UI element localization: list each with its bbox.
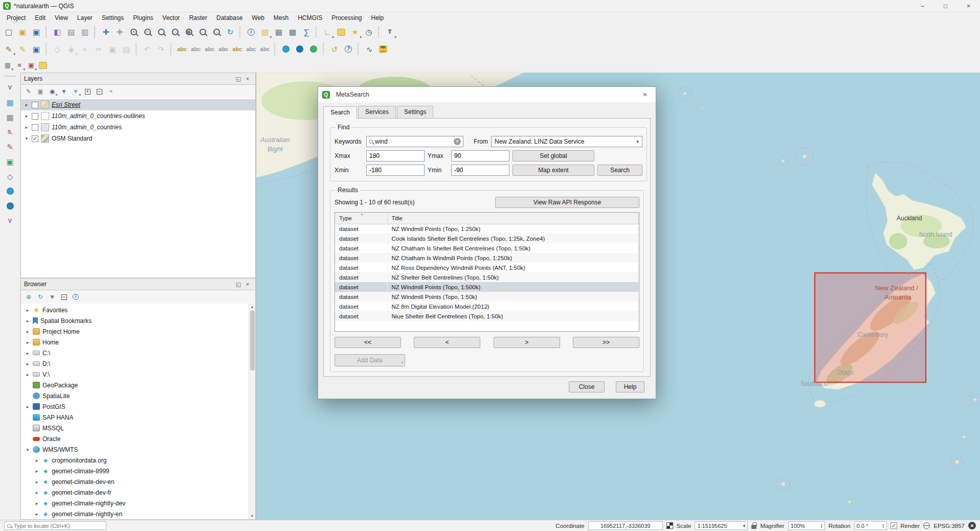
project-save-icon[interactable]: ▣ xyxy=(30,26,43,39)
zoom-out-icon[interactable]: − xyxy=(141,26,154,39)
map-extent-button[interactable]: Map extent xyxy=(513,165,594,176)
add-raster-layer-icon[interactable]: ▦ xyxy=(3,96,17,109)
move-label-icon[interactable]: abc xyxy=(231,42,244,56)
add-wms-layer-icon[interactable] xyxy=(3,184,17,198)
layer-checkbox[interactable] xyxy=(32,102,38,108)
menu-hcmgis[interactable]: HCMGIS xyxy=(293,13,327,22)
result-row[interactable]: datasetNZ Chatham Is Shelter Belt Centre… xyxy=(335,243,639,253)
browser-item[interactable]: ▸PostGIS xyxy=(21,401,255,412)
tab-settings[interactable]: Settings xyxy=(397,106,433,118)
spinner-arrows-icon[interactable]: ▴ ▾ xyxy=(821,523,822,528)
close-panel-icon[interactable]: × xyxy=(243,281,252,287)
titlebar[interactable]: Q *naturalearth — QGIS – □ × xyxy=(0,0,980,12)
tree-arrow-icon[interactable]: ▸ xyxy=(25,318,30,324)
open-attribute-table-icon[interactable]: ▦ xyxy=(272,26,285,39)
xmax-input[interactable] xyxy=(366,150,425,161)
browser-item[interactable]: MSSQL xyxy=(21,423,255,433)
new-print-layout-icon[interactable]: ▤ xyxy=(64,26,78,39)
crs-status[interactable]: EPSG:3857 xyxy=(933,523,965,529)
current-edits-icon[interactable]: ✎▾ xyxy=(2,42,15,56)
maximize-button[interactable]: □ xyxy=(934,0,957,12)
tree-arrow-icon[interactable]: ▸ xyxy=(24,125,29,130)
properties-widget-icon[interactable]: i xyxy=(71,292,81,302)
web-globe-2-icon[interactable] xyxy=(293,42,306,56)
filter-by-expression-icon[interactable]: ▼▾ xyxy=(71,86,81,97)
scrollbar-thumb[interactable] xyxy=(250,310,255,371)
tab-services[interactable]: Services xyxy=(358,106,396,118)
browser-item[interactable]: ▸◆geomet-climate-dev-fr xyxy=(21,487,255,498)
search-button[interactable]: Search xyxy=(597,165,642,176)
layer-checkbox[interactable]: ✓ xyxy=(32,135,38,142)
temporal-controller-icon[interactable]: ◷ xyxy=(362,26,375,39)
show-hide-labels-icon[interactable]: abc xyxy=(217,42,230,56)
zoom-to-layer-icon[interactable]: ▤ xyxy=(182,26,195,39)
menu-help[interactable]: Help xyxy=(367,13,389,22)
layer-diagram-icon[interactable]: abc xyxy=(189,42,203,56)
refresh-browser-icon[interactable]: ↻ xyxy=(35,292,46,302)
tree-arrow-icon[interactable]: ▾ xyxy=(25,447,30,452)
keywords-input[interactable] xyxy=(375,138,452,145)
tree-arrow-icon[interactable]: ▸ xyxy=(25,372,30,377)
layer-row[interactable]: ▸110m_admin_0_countries-outlines xyxy=(21,110,255,122)
browser-item[interactable]: GeoPackage xyxy=(21,380,255,390)
filter-browser-icon[interactable]: ▼ xyxy=(47,292,57,302)
new-spatial-bookmark-icon[interactable]: ★▾ xyxy=(348,26,362,39)
change-label-icon[interactable]: abc xyxy=(258,42,272,56)
close-panel-icon[interactable]: × xyxy=(243,76,252,82)
pan-to-selection-icon[interactable]: ✚ xyxy=(113,26,126,39)
coordinate-display[interactable]: 16952117,-3336039 xyxy=(588,521,663,530)
remove-layer-icon[interactable]: × xyxy=(106,86,116,97)
clear-search-icon[interactable]: × xyxy=(454,138,461,145)
manage-map-themes-icon[interactable]: ◉▾ xyxy=(47,86,57,97)
tree-arrow-icon[interactable]: ▸ xyxy=(25,351,30,356)
layer-labeling-icon[interactable]: abc xyxy=(175,42,189,56)
zoom-to-selection-icon[interactable]: □ xyxy=(168,26,182,39)
pagination-last-button[interactable]: >> xyxy=(573,337,639,348)
browser-item[interactable]: ▸◆cropmonitordata.org xyxy=(21,455,255,466)
measure-icon[interactable]: ∟▾ xyxy=(321,26,334,39)
browser-item[interactable]: ▸Project Home xyxy=(21,326,255,337)
spin-down-icon[interactable]: ▾ xyxy=(883,526,884,528)
menu-layer[interactable]: Layer xyxy=(73,13,97,22)
filter-legend-icon[interactable]: ▼ xyxy=(59,86,69,97)
rotation-spinner[interactable]: 0.0 ° ▴ ▾ xyxy=(854,521,887,530)
plugin-shape-tool-icon[interactable] xyxy=(37,60,49,71)
menu-settings[interactable]: Settings xyxy=(97,13,128,22)
spin-down-icon[interactable]: ▾ xyxy=(821,526,822,528)
add-delimited-text-layer-icon[interactable]: 9, xyxy=(3,125,17,138)
result-row[interactable]: datasetNZ 8m Digital Elevation Model (20… xyxy=(335,302,639,311)
result-row[interactable]: datasetNZ Chatham Is Windmill Points (To… xyxy=(335,253,639,263)
help-contents-icon[interactable]: ? xyxy=(342,42,355,56)
statistical-summary-icon[interactable]: ∑ xyxy=(300,26,313,39)
ymax-input[interactable] xyxy=(451,150,509,161)
browser-item[interactable]: SpatiaLite xyxy=(21,390,255,401)
tree-arrow-icon[interactable]: ▸ xyxy=(34,458,39,463)
add-spatialite-layer-icon[interactable]: ◇ xyxy=(3,170,17,183)
crs-icon[interactable] xyxy=(923,522,930,529)
plugin-marker-tool-icon[interactable]: ▣▾ xyxy=(26,60,37,71)
browser-item[interactable]: ▸D:\ xyxy=(21,358,255,369)
menu-processing[interactable]: Processing xyxy=(327,13,366,22)
menu-plugins[interactable]: Plugins xyxy=(128,13,158,22)
menu-mesh[interactable]: Mesh xyxy=(269,13,293,22)
expand-all-icon[interactable]: + xyxy=(82,86,93,97)
render-checkbox[interactable]: ✓ xyxy=(890,522,897,529)
new-shapefile-layer-icon[interactable]: ✎ xyxy=(3,140,17,153)
result-row[interactable]: datasetNZ Ross Dependency Windmill Point… xyxy=(335,263,639,272)
extents-icon[interactable] xyxy=(666,522,673,529)
browser-item[interactable]: ▸Home xyxy=(21,337,255,348)
close-button[interactable]: Close xyxy=(569,381,605,393)
refresh-map-icon[interactable]: ↻ xyxy=(224,26,237,39)
browser-item[interactable]: ▸Spatial Bookmarks xyxy=(21,315,255,326)
tab-search[interactable]: Search xyxy=(323,106,357,119)
menu-view[interactable]: View xyxy=(50,13,73,22)
xmin-input[interactable] xyxy=(366,165,425,176)
result-row[interactable]: datasetNZ Windmill Points (Topo, 1:50k) xyxy=(335,292,639,302)
tree-arrow-icon[interactable]: ▸ xyxy=(34,501,39,506)
browser-item[interactable]: ▸C:\ xyxy=(21,348,255,358)
ymin-input[interactable] xyxy=(451,165,509,176)
save-layer-edits-icon[interactable]: ▣ xyxy=(30,42,43,56)
map-tips-icon[interactable] xyxy=(335,26,348,39)
browser-item[interactable]: ▸◆geomet-climate-dev-en xyxy=(21,476,255,487)
spinner-arrows-icon[interactable]: ▴ ▾ xyxy=(883,523,884,528)
